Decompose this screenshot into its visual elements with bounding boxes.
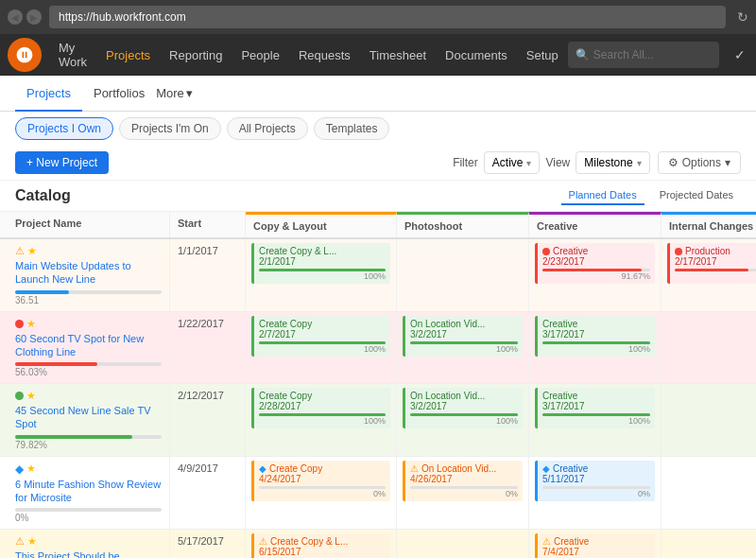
milestone-name: Create Copy & L...	[270, 536, 348, 547]
warning-icon: ⚠	[15, 245, 25, 257]
nav-requests[interactable]: Requests	[289, 34, 360, 76]
projected-dates-toggle[interactable]: Projected Dates	[652, 186, 741, 205]
internal-changes-cell	[662, 384, 756, 456]
sub-tab-all-projects[interactable]: All Projects	[227, 117, 308, 140]
catalog-title: Catalog	[15, 187, 71, 204]
tab-projects[interactable]: Projects	[15, 76, 82, 112]
search-input[interactable]	[593, 48, 707, 61]
refresh-button[interactable]: ↻	[737, 9, 748, 25]
view-label: View	[545, 156, 570, 169]
milestone-date: 2/7/2017	[259, 329, 386, 340]
filter-select[interactable]: Active ▾	[484, 151, 541, 174]
milestone-item[interactable]: Create Copy 2/7/2017 100%	[251, 316, 390, 357]
new-project-button[interactable]: + New Project	[15, 151, 109, 174]
milestone-name: On Location Vid...	[421, 463, 496, 474]
nav-projects[interactable]: Projects	[96, 34, 160, 76]
nav-reporting[interactable]: Reporting	[160, 34, 232, 76]
app-logo	[8, 38, 42, 72]
milestone-name: Creative	[542, 319, 650, 329]
checkmark-icon[interactable]: ✓	[727, 42, 753, 68]
progress-bar	[15, 435, 132, 439]
options-button[interactable]: ⚙ Options ▾	[658, 151, 741, 174]
photoshoot-cell: On Location Vid... 3/2/2017 100%	[397, 384, 529, 456]
internal-changes-cell	[662, 530, 756, 558]
project-name-cell: ★ 45 Second New Line Sale TV Spot 79.82%	[0, 384, 170, 456]
view-select[interactable]: Milestone ▾	[576, 151, 649, 174]
star-icon: ★	[26, 390, 36, 402]
milestone-name: Creative	[554, 536, 589, 547]
tab-portfolios[interactable]: Portfolios	[82, 76, 156, 112]
milestone-item[interactable]: ◆Creative 5/11/2017 0%	[535, 461, 655, 501]
milestone-item[interactable]: On Location Vid... 3/2/2017 100%	[403, 388, 523, 428]
nav-timesheet[interactable]: Timesheet	[360, 34, 436, 76]
milestone-item[interactable]: ⚠On Location Vid... 4/26/2017 0%	[403, 461, 523, 501]
project-name[interactable]: Main Website Updates to Launch New Line	[15, 259, 162, 287]
milestone-item[interactable]: Create Copy & L... 2/1/2017 100%	[251, 243, 390, 284]
creative-cell: ◆Creative 5/11/2017 0%	[529, 457, 662, 530]
project-icons: ◆ ★	[15, 462, 162, 476]
warning-small-icon: ⚠	[410, 463, 419, 474]
start-date: 2/12/2017	[178, 390, 224, 401]
sub-tab-projects-im-on[interactable]: Projects I'm On	[119, 117, 221, 140]
start-date-cell: 1/22/2017	[170, 312, 246, 384]
nav-my-work[interactable]: My Work	[49, 34, 96, 76]
sub-tab-templates[interactable]: Templates	[314, 117, 390, 140]
diamond-small-icon: ◆	[259, 463, 266, 474]
progress-label: 79.82%	[15, 440, 162, 450]
milestone-item[interactable]: Creative 3/17/2017 100%	[535, 388, 655, 428]
milestone-name: Production	[685, 246, 730, 256]
project-name[interactable]: 6 Minute Fashion Show Review for Microsi…	[15, 478, 162, 505]
milestone-date: 3/17/2017	[542, 401, 650, 411]
photoshoot-cell: On Location Vid... 3/2/2017 100%	[397, 312, 529, 384]
progress-bar-wrap	[15, 362, 162, 366]
milestone-pct: 100%	[542, 344, 650, 354]
back-button[interactable]: ◀	[8, 9, 23, 25]
gear-icon: ⚙	[668, 156, 679, 169]
project-icons: ⚠ ★	[15, 245, 162, 257]
milestone-item[interactable]: ⚠Creative 7/4/2017 0%	[535, 533, 655, 558]
project-icons: ★	[15, 318, 162, 330]
nav-documents[interactable]: Documents	[436, 34, 517, 76]
forward-button[interactable]: ▶	[26, 9, 42, 25]
address-bar[interactable]: https://hub.workfront.com	[49, 6, 726, 28]
col-creative: Creative	[529, 212, 662, 237]
nav-setup[interactable]: Setup	[517, 34, 568, 76]
sub-tab-projects-i-own[interactable]: Projects I Own	[15, 117, 113, 140]
filter-group: Filter Active ▾ View Milestone ▾	[453, 151, 650, 174]
milestone-name: Create Copy	[259, 391, 386, 401]
copy-layout-cell: Create Copy 2/28/2017 100%	[246, 384, 397, 456]
internal-changes-cell	[662, 457, 756, 530]
milestone-item[interactable]: ⚠Create Copy & L... 6/15/2017 0%	[251, 533, 390, 558]
search-box[interactable]: 🔍	[568, 42, 719, 68]
projects-grid: Project Name Start Copy & Layout Photosh…	[0, 212, 756, 558]
milestone-item[interactable]: Creative 2/23/2017 91.67%	[535, 243, 655, 284]
project-name[interactable]: This Project Should be Trashed!	[15, 549, 162, 558]
milestone-pct: 75%	[675, 271, 756, 281]
milestone-item[interactable]: Production 2/17/2017 75%	[667, 243, 756, 284]
warning-small-icon: ⚠	[542, 536, 551, 547]
milestone-date: 2/1/2017	[259, 256, 386, 267]
project-name[interactable]: 60 Second TV Spot for New Clothing Line	[15, 332, 162, 359]
milestone-pct: 100%	[542, 416, 650, 426]
milestone-date: 7/4/2017	[542, 547, 650, 557]
milestone-name: Create Copy	[269, 463, 322, 474]
planned-dates-toggle[interactable]: Planned Dates	[561, 186, 644, 205]
milestone-pct: 0%	[259, 489, 386, 498]
nav-people[interactable]: People	[232, 34, 288, 76]
diamond-small-icon: ◆	[542, 463, 550, 474]
milestone-item[interactable]: Creative 3/17/2017 100%	[535, 316, 655, 357]
start-date: 4/9/2017	[178, 462, 218, 474]
table-row: ★ 60 Second TV Spot for New Clothing Lin…	[0, 312, 756, 385]
start-date-cell: 1/1/2017	[170, 239, 246, 311]
col-internal-changes: Internal Changes	[662, 212, 756, 237]
milestone-pct: 100%	[410, 344, 518, 354]
project-name[interactable]: 45 Second New Line Sale TV Spot	[15, 404, 162, 431]
project-name-cell: ⚠ ★ Main Website Updates to Launch New L…	[0, 239, 170, 311]
milestone-item[interactable]: On Location Vid... 3/2/2017 100%	[403, 316, 523, 357]
grid-header: Project Name Start Copy & Layout Photosh…	[0, 212, 756, 239]
milestone-item[interactable]: ◆Create Copy 4/24/2017 0%	[251, 461, 390, 501]
milestone-item[interactable]: Create Copy 2/28/2017 100%	[251, 388, 390, 428]
tab-more[interactable]: More ▾	[156, 86, 193, 100]
status-dot	[675, 248, 682, 255]
star-icon: ★	[26, 462, 36, 475]
